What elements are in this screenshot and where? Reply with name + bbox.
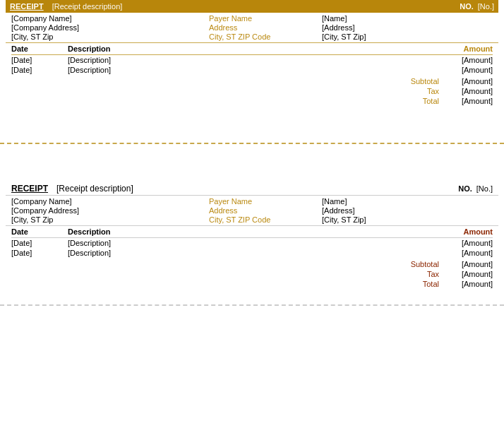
receipt-1-header-left: RECEIPT [Receipt description] xyxy=(10,2,122,11)
table-row: [Date] [Description] [Amount] xyxy=(11,55,493,65)
payer-address: Address xyxy=(209,23,322,32)
row1-date: [Date] xyxy=(11,56,68,64)
table-row: [Date] [Description] [Amount] xyxy=(11,238,493,248)
total-label: Total xyxy=(397,97,439,105)
recipient-city: [City, ST Zip] xyxy=(322,32,493,41)
receipt-2-recipient: [Name] [Address] [City, ST Zip] xyxy=(322,197,493,224)
col-desc-header-2: Description xyxy=(68,227,422,236)
col-amount-header-2: Amount xyxy=(422,227,493,236)
receipt-2-totals: Subtotal [Amount] Tax [Amount] Total [Am… xyxy=(6,258,498,290)
company-address-2: [Company Address] xyxy=(11,206,209,215)
col-amount-header: Amount xyxy=(422,45,493,53)
total-label-2: Total xyxy=(397,280,439,288)
divider-2 xyxy=(0,304,504,306)
payer-address-2: Address xyxy=(209,206,322,215)
company-city: [City, ST Zip xyxy=(11,32,209,41)
receipt-1-description: [Receipt description] xyxy=(52,2,123,11)
subtotal-value-2: [Amount] xyxy=(443,260,493,268)
recipient-name-2: [Name] xyxy=(322,197,493,206)
total-value-2: [Amount] xyxy=(443,280,493,288)
receipt-2-table: Date Description Amount [Date] [Descript… xyxy=(6,226,498,258)
tax-row: Tax [Amount] xyxy=(11,86,493,96)
recipient-address-2: [Address] xyxy=(322,206,493,215)
tax-value-2: [Amount] xyxy=(443,270,493,278)
tax-label-2: Tax xyxy=(397,270,439,278)
receipt-2-company: [Company Name] [Company Address] [City, … xyxy=(11,197,209,224)
receipt-1-totals: Subtotal [Amount] Tax [Amount] Total [Am… xyxy=(6,75,498,107)
receipt-2-title: RECEIPT xyxy=(11,184,48,194)
payer-city: City, ST ZIP Code xyxy=(209,32,322,41)
receipt-1-no-value: [No.] xyxy=(478,2,494,11)
table-row: [Date] [Description] [Amount] xyxy=(11,248,493,258)
row2-amount: [Amount] xyxy=(422,66,493,74)
payer-city-2: City, ST ZIP Code xyxy=(209,215,322,224)
tax-row-2: Tax [Amount] xyxy=(11,269,493,279)
row1-desc-2: [Description] xyxy=(68,239,422,247)
receipt-1-info-row: [Company Name] [Company Address] [City, … xyxy=(6,13,498,43)
receipt-2-info-row: [Company Name] [Company Address] [City, … xyxy=(6,196,498,226)
company-name-2: [Company Name] xyxy=(11,197,209,206)
receipt-2-header-left: RECEIPT [Receipt description] xyxy=(11,184,133,194)
receipt-1-recipient: [Name] [Address] [City, ST Zip] xyxy=(322,14,493,41)
company-city-2: [City, ST Zip xyxy=(11,215,209,224)
row1-amount: [Amount] xyxy=(422,56,493,64)
col-date-header: Date xyxy=(11,45,68,53)
receipt-2-no-value: [No.] xyxy=(476,184,493,193)
receipt-2-payer: Payer Name Address City, ST ZIP Code xyxy=(209,197,322,224)
receipt-1-payer: Payer Name Address City, ST ZIP Code xyxy=(209,14,322,41)
row2-amount-2: [Amount] xyxy=(422,249,493,257)
receipt-2-table-header: Date Description Amount xyxy=(11,226,493,238)
subtotal-label-2: Subtotal xyxy=(397,260,439,268)
spacer-2 xyxy=(0,158,504,179)
company-name: [Company Name] xyxy=(11,14,209,23)
receipts-container: RECEIPT [Receipt description] NO. [No.] … xyxy=(0,0,504,306)
receipt-1-no-section: NO. [No.] xyxy=(460,2,494,11)
row2-date: [Date] xyxy=(11,66,68,74)
receipt-1-company: [Company Name] [Company Address] [City, … xyxy=(11,14,209,41)
total-row: Total [Amount] xyxy=(11,96,493,106)
subtotal-value: [Amount] xyxy=(443,77,493,85)
row1-date-2: [Date] xyxy=(11,239,68,247)
receipt-1-header: RECEIPT [Receipt description] NO. [No.] xyxy=(6,0,498,13)
spacer-1 xyxy=(0,107,504,129)
receipt-1: RECEIPT [Receipt description] NO. [No.] … xyxy=(0,0,504,107)
receipt-2-header: RECEIPT [Receipt description] NO. [No.] xyxy=(6,179,498,196)
row1-desc: [Description] xyxy=(68,56,422,64)
receipt-1-table-header: Date Description Amount xyxy=(11,43,493,55)
subtotal-row-2: Subtotal [Amount] xyxy=(11,259,493,269)
table-row: [Date] [Description] [Amount] xyxy=(11,65,493,75)
row2-desc: [Description] xyxy=(68,66,422,74)
col-date-header-2: Date xyxy=(11,227,68,236)
col-desc-header: Description xyxy=(68,45,422,53)
row2-desc-2: [Description] xyxy=(68,249,422,257)
receipt-1-no-label: NO. xyxy=(460,2,474,11)
receipt-2-description: [Receipt description] xyxy=(56,184,133,194)
payer-name-2: Payer Name xyxy=(209,197,322,206)
receipt-2-no-section: NO. [No.] xyxy=(458,184,493,193)
receipt-2-no-label: NO. xyxy=(458,184,472,193)
row1-amount-2: [Amount] xyxy=(422,239,493,247)
tax-value: [Amount] xyxy=(443,87,493,95)
receipt-2: RECEIPT [Receipt description] NO. [No.] … xyxy=(0,179,504,290)
recipient-name: [Name] xyxy=(322,14,493,23)
divider-1 xyxy=(0,143,504,144)
subtotal-row: Subtotal [Amount] xyxy=(11,76,493,86)
receipt-1-table: Date Description Amount [Date] [Descript… xyxy=(6,43,498,75)
row2-date-2: [Date] xyxy=(11,249,68,257)
recipient-city-2: [City, ST Zip] xyxy=(322,215,493,224)
total-row-2: Total [Amount] xyxy=(11,279,493,289)
company-address: [Company Address] xyxy=(11,23,209,32)
tax-label: Tax xyxy=(397,87,439,95)
recipient-address: [Address] xyxy=(322,23,493,32)
total-value: [Amount] xyxy=(443,97,493,105)
subtotal-label: Subtotal xyxy=(397,77,439,85)
receipt-1-title: RECEIPT xyxy=(10,2,44,11)
payer-name: Payer Name xyxy=(209,14,322,23)
